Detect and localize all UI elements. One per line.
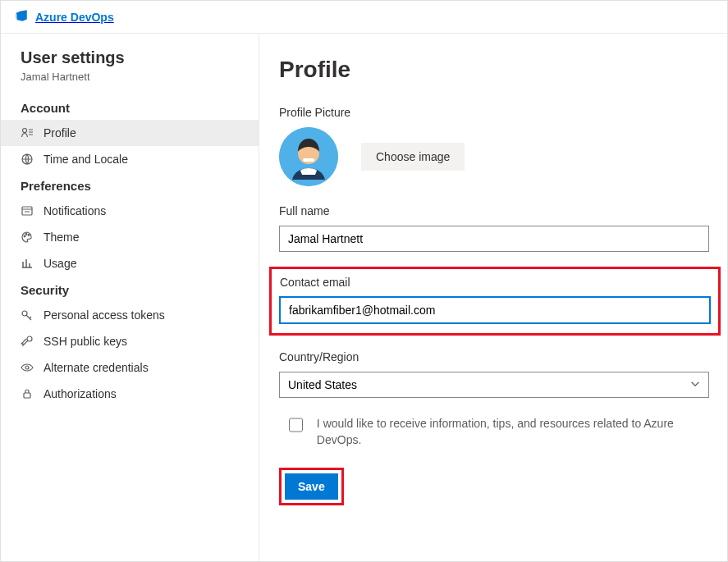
profile-picture-label: Profile Picture: [279, 106, 711, 119]
sidebar-item-notifications[interactable]: Notifications: [1, 198, 259, 224]
ssh-icon: [21, 335, 34, 348]
full-name-field: Full name: [279, 204, 711, 252]
country-select[interactable]: [279, 372, 709, 398]
sidebar-item-label: Theme: [43, 231, 80, 244]
svg-point-3: [24, 235, 25, 237]
country-label: Country/Region: [279, 350, 711, 363]
azure-devops-logo-icon: [14, 8, 29, 25]
opt-in-checkbox[interactable]: [289, 418, 303, 432]
sidebar-item-pat[interactable]: Personal access tokens: [1, 302, 259, 328]
avatar: [279, 127, 338, 186]
sidebar-item-profile[interactable]: Profile: [1, 120, 259, 146]
sidebar-item-ssh[interactable]: SSH public keys: [1, 328, 259, 354]
sidebar-item-label: Time and Locale: [43, 153, 128, 166]
sidebar-section-title: Security: [1, 276, 259, 302]
country-field: Country/Region: [279, 350, 711, 398]
svg-point-4: [25, 234, 27, 235]
opt-in-label[interactable]: I would like to receive information, tip…: [317, 416, 696, 448]
svg-point-5: [28, 235, 30, 236]
sidebar: User settings Jamal Hartnett Account Pro…: [1, 34, 259, 561]
eye-icon: [21, 361, 34, 374]
profile-picture-field: Profile Picture Choose image: [279, 106, 711, 186]
globe-icon: [21, 153, 34, 166]
sidebar-item-label: Authorizations: [43, 387, 117, 400]
sidebar-item-theme[interactable]: Theme: [1, 224, 259, 250]
sidebar-item-label: Profile: [43, 126, 76, 139]
brand-link[interactable]: Azure DevOps: [14, 8, 114, 25]
full-name-input[interactable]: [279, 226, 709, 252]
sidebar-title: User settings: [1, 48, 259, 67]
contact-email-input[interactable]: [280, 297, 710, 323]
contact-email-label: Contact email: [280, 276, 710, 289]
topbar: Azure DevOps: [1, 1, 727, 34]
key-icon: [21, 308, 34, 322]
contact-email-highlight: Contact email: [269, 267, 721, 336]
full-name-label: Full name: [279, 204, 711, 217]
sidebar-item-label: Alternate credentials: [43, 361, 149, 374]
svg-point-8: [25, 366, 29, 369]
notifications-icon: [21, 204, 34, 217]
sidebar-item-label: SSH public keys: [43, 335, 127, 348]
sidebar-item-alt-creds[interactable]: Alternate credentials: [1, 354, 259, 381]
sidebar-section-preferences: Preferences Notifications: [1, 172, 259, 276]
sidebar-item-time-locale[interactable]: Time and Locale: [1, 146, 259, 172]
sidebar-item-usage[interactable]: Usage: [1, 250, 259, 276]
sidebar-item-label: Notifications: [43, 204, 106, 217]
sidebar-section-title: Preferences: [1, 172, 259, 198]
profile-icon: [21, 126, 34, 139]
theme-icon: [21, 231, 34, 244]
svg-point-0: [23, 129, 27, 133]
sidebar-item-label: Usage: [43, 257, 76, 270]
sidebar-item-authorizations[interactable]: Authorizations: [1, 381, 259, 407]
sidebar-section-security: Security Personal access tokens: [1, 276, 259, 407]
opt-in-row: I would like to receive information, tip…: [286, 416, 696, 448]
svg-rect-12: [303, 158, 314, 162]
sidebar-section-account: Account Profile: [1, 94, 259, 172]
lock-icon: [21, 387, 34, 400]
page-title: Profile: [279, 57, 711, 83]
sidebar-item-label: Personal access tokens: [43, 308, 165, 322]
choose-image-button[interactable]: Choose image: [361, 143, 465, 171]
sidebar-subtitle: Jamal Hartnett: [1, 71, 259, 83]
sidebar-section-title: Account: [1, 94, 259, 120]
main-content: Profile Profile Picture Cho: [259, 34, 727, 561]
save-highlight: Save: [279, 468, 344, 505]
usage-icon: [21, 257, 34, 270]
svg-rect-2: [22, 207, 32, 215]
svg-rect-9: [24, 393, 30, 398]
brand-text: Azure DevOps: [35, 11, 114, 24]
save-button[interactable]: Save: [285, 473, 338, 500]
